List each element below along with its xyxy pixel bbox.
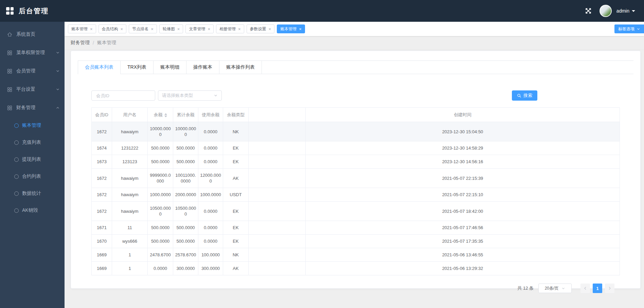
- table-cell: 1672: [92, 202, 112, 221]
- sidebar-item-label: 会员管理: [16, 68, 35, 74]
- content-tabs: 会员账本列表TRX列表账本明细操作账本账本操作列表: [78, 61, 633, 74]
- table-cell: [249, 248, 306, 262]
- open-tab-chip[interactable]: 参数设置×: [247, 24, 275, 33]
- table-cell: 1671: [92, 221, 112, 235]
- table-cell: 1000.0000: [148, 188, 173, 202]
- sidebar-item[interactable]: 会员管理: [0, 62, 65, 80]
- table-cell: 2021-05-06 13:29:32: [306, 262, 620, 275]
- sidebar-subitem[interactable]: 账本管理: [0, 117, 65, 134]
- app-title: 后台管理: [19, 6, 49, 16]
- user-menu[interactable]: admin: [616, 8, 635, 14]
- chevron-down-icon: [56, 87, 60, 91]
- sidebar-item-label: 菜单权限管理: [16, 50, 45, 56]
- breadcrumb-item: 账本管理: [97, 40, 116, 46]
- content-tab[interactable]: 账本明细: [154, 61, 186, 74]
- table-cell: hawaiym: [112, 188, 148, 202]
- table-cell: 10000.0000: [173, 122, 198, 141]
- sidebar-subitem[interactable]: 提现列表: [0, 151, 65, 168]
- table-cell: 100.0000: [198, 248, 223, 262]
- column-header-label: 使用余额: [202, 112, 219, 117]
- open-tab-chip[interactable]: 轮播图×: [159, 24, 183, 33]
- page-number-button[interactable]: 1: [593, 284, 602, 293]
- open-tab-chip[interactable]: 相册管理×: [216, 24, 244, 33]
- close-icon[interactable]: ×: [238, 27, 241, 31]
- tag-options-button[interactable]: 标签选项: [614, 24, 644, 33]
- table-cell: 2578.6700: [173, 248, 198, 262]
- close-icon[interactable]: ×: [299, 27, 302, 31]
- breadcrumb-item[interactable]: 财务管理: [71, 40, 90, 46]
- open-tab-chip[interactable]: 账本管理×: [68, 24, 96, 33]
- close-icon[interactable]: ×: [151, 27, 154, 31]
- open-tab-label: 节点排名: [132, 26, 148, 32]
- sidebar-subitem[interactable]: AK销毁: [0, 202, 65, 219]
- close-icon[interactable]: ×: [177, 27, 180, 31]
- sidebar-subitem[interactable]: 数据统计: [0, 185, 65, 202]
- table-cell: 1672: [92, 169, 112, 188]
- table-cell: 2021-05-06 13:46:55: [306, 248, 620, 262]
- open-tab-chip[interactable]: 会员结构×: [99, 24, 127, 33]
- table-cell: 11: [112, 221, 148, 235]
- close-icon[interactable]: ×: [208, 27, 210, 31]
- sidebar-item-label: 平台设置: [16, 86, 35, 92]
- open-tab-chip[interactable]: 节点排名×: [129, 24, 157, 33]
- search-button[interactable]: 搜索: [512, 90, 537, 101]
- table-cell: 500.0000: [173, 221, 198, 235]
- content-tab[interactable]: 操作账本: [186, 61, 219, 74]
- table-row: 1670wys666500.0000500.00000.0000EK2021-0…: [92, 235, 620, 248]
- grid-icon: [7, 105, 13, 111]
- sidebar-item[interactable]: 财务管理: [0, 99, 65, 117]
- close-icon[interactable]: ×: [121, 27, 123, 31]
- sidebar-item[interactable]: 菜单权限管理: [0, 44, 65, 62]
- table-cell: USDT: [223, 188, 249, 202]
- content-tab[interactable]: TRX列表: [121, 61, 154, 74]
- table-cell: EK: [223, 221, 249, 235]
- table-cell: 0.0000: [148, 262, 173, 275]
- table-cell: 0.0000: [198, 202, 223, 221]
- table-cell: 2478.6700: [148, 248, 173, 262]
- member-id-input[interactable]: [91, 90, 155, 101]
- next-page-button[interactable]: [605, 284, 614, 293]
- sort-caret-icon[interactable]: [164, 113, 167, 117]
- table-cell: 500.0000: [148, 141, 173, 155]
- table-cell: 2021-05-07 22:15:10: [306, 188, 620, 202]
- fullscreen-icon[interactable]: [585, 7, 592, 15]
- sidebar-subitem-label: 账本管理: [22, 122, 41, 129]
- table-cell: 300.0000: [198, 262, 223, 275]
- sidebar-item[interactable]: 平台设置: [0, 80, 65, 99]
- table-cell: 0.0000: [198, 235, 223, 248]
- chevron-left-icon: [583, 286, 587, 290]
- open-tab-chip[interactable]: 文章管理×: [185, 24, 214, 33]
- chevron-down-icon: [637, 27, 640, 31]
- grid-icon: [7, 50, 13, 56]
- table-cell: 1: [112, 248, 148, 262]
- content-tab[interactable]: 账本操作列表: [219, 61, 262, 74]
- table-cell: 1669: [92, 248, 112, 262]
- table-cell: EK: [223, 202, 249, 221]
- open-tab-label: 账本管理: [71, 26, 88, 32]
- column-header[interactable]: 余额: [148, 108, 173, 122]
- sidebar-subitem-label: 合约列表: [22, 173, 41, 179]
- table-cell: [249, 188, 306, 202]
- sidebar-item[interactable]: 系统首页: [0, 25, 65, 44]
- prev-page-button[interactable]: [580, 284, 590, 293]
- page-size-select[interactable]: 20条/页: [538, 284, 572, 293]
- table-cell: 2021-05-07 17:46:56: [306, 221, 620, 235]
- content-tab[interactable]: 会员账本列表: [78, 61, 121, 74]
- sidebar-subitem[interactable]: 充值列表: [0, 134, 65, 151]
- table-cell: 500.0000: [148, 155, 173, 169]
- search-button-label: 搜索: [523, 92, 532, 99]
- user-avatar[interactable]: [600, 5, 612, 17]
- content-card: 会员账本列表TRX列表账本明细操作账本账本操作列表 请选择账本类型 搜索: [71, 51, 641, 289]
- caret-down-icon: [632, 10, 635, 12]
- sidebar-item-label: 财务管理: [16, 105, 35, 111]
- circle-outline-icon: [14, 174, 19, 179]
- sidebar-subitem[interactable]: 合约列表: [0, 168, 65, 185]
- close-icon[interactable]: ×: [90, 27, 93, 31]
- column-header-label: 会员ID: [95, 112, 108, 117]
- column-header: 使用余额: [198, 108, 223, 122]
- table-cell: AK: [223, 169, 249, 188]
- account-type-select[interactable]: 请选择账本类型: [158, 90, 222, 101]
- open-tab-chip[interactable]: 账本管理×: [277, 24, 305, 33]
- close-icon[interactable]: ×: [269, 27, 271, 31]
- main-area: 账本管理×会员结构×节点排名×轮播图×文章管理×相册管理×参数设置×账本管理× …: [65, 22, 644, 308]
